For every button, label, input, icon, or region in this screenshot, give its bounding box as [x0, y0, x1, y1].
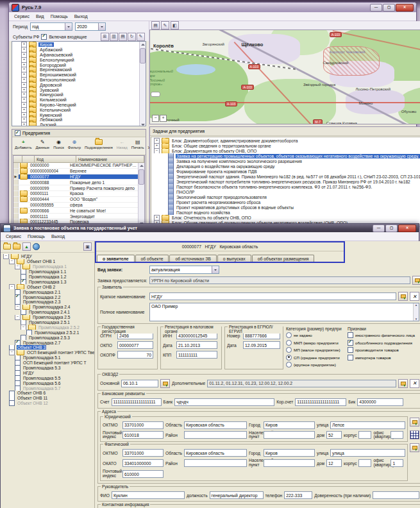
- ent-toolbar-button[interactable]: +Добавить: [13, 138, 33, 150]
- dialog-tree-item[interactable]: Промплощадка 5.3: [1, 366, 94, 371]
- task-block-item[interactable]: +Блок: Отчетность по объекту ОНВ, ОПО: [151, 215, 420, 220]
- dialog-tree-item[interactable]: НГДУ: [1, 370, 94, 375]
- dialog-tree-item[interactable]: Промплощадка 1.2: [1, 275, 94, 280]
- dialog-tree-item[interactable]: Промплощадка 1.3: [1, 279, 94, 284]
- corr-field[interactable]: 11111111111111111111: [295, 398, 346, 406]
- dialog-tree-item[interactable]: Промплощадка 2.2: [1, 294, 94, 300]
- bik-field[interactable]: 4300000: [357, 398, 403, 406]
- dialog-tree-item[interactable]: −Промплощадка 2.5: [1, 315, 94, 320]
- enterprise-row[interactable]: 00000444ООО "Воздух": [13, 197, 138, 203]
- region-field[interactable]: Кировская область: [184, 449, 247, 457]
- item-checkbox[interactable]: [9, 345, 15, 350]
- vid-select[interactable]: актуализация: [149, 266, 219, 274]
- task-tree-item[interactable]: Проект расчета неорганизованного сброса: [151, 199, 420, 205]
- subject-tree-item[interactable]: +Лузский: [12, 123, 139, 126]
- task-tree-item[interactable]: Экологический паспорт природопользовател…: [151, 194, 420, 199]
- minimize-icon[interactable]: —: [373, 224, 385, 232]
- main-titlebar[interactable]: Русь 7.9 — ▢ ✕: [9, 3, 416, 12]
- checkbox-icon[interactable]: [348, 340, 353, 346]
- details-icon[interactable]: ▥: [110, 33, 118, 41]
- tab-sources[interactable]: об источниках ЗВ: [169, 255, 216, 262]
- task-tree-item[interactable]: ПНООЛР: [151, 189, 420, 194]
- item-checkbox[interactable]: [15, 375, 21, 380]
- checkbox-icon[interactable]: [348, 355, 353, 360]
- task-block-item[interactable]: −Блок: Документация по объекту ОНВ, ОПО: [151, 148, 420, 153]
- enterprises-checkbox[interactable]: [15, 130, 21, 136]
- pick-legal-address-button[interactable]: [410, 418, 419, 427]
- enterprises-scrollbar[interactable]: [138, 163, 144, 224]
- priznak-checkbox-option[interactable]: обособленного подразделения: [348, 340, 420, 346]
- dialog-tree-item[interactable]: Промплощадка 5.6: [1, 380, 94, 385]
- account-field[interactable]: 11111111111111111111: [112, 398, 162, 406]
- dialog-tree-item[interactable]: −Промплощадка 2.4: [1, 305, 94, 310]
- map-zoom-slider[interactable]: [151, 92, 160, 97]
- dialog-tree-item[interactable]: −Объект ОНВ 2: [1, 284, 94, 289]
- priznak-checkbox-option[interactable]: импортера товаров: [348, 355, 420, 360]
- item-checkbox[interactable]: [21, 320, 26, 325]
- egrul-date-field[interactable]: 12.09.2015: [243, 341, 280, 349]
- full-name-field[interactable]: ОАО Пример ▲▼: [149, 303, 419, 321]
- head-phone-field[interactable]: 222-333: [284, 491, 312, 499]
- city-field[interactable]: Киров: [264, 421, 315, 429]
- minimize-icon[interactable]: —: [370, 4, 382, 12]
- region-field[interactable]: Кировская область: [184, 421, 247, 429]
- category-radio-option[interactable]: (крупное предприятие): [286, 362, 345, 368]
- street-field[interactable]: улица: [330, 449, 405, 457]
- item-checkbox[interactable]: [21, 269, 26, 275]
- layers-icon[interactable]: ◧: [171, 21, 179, 30]
- task-tree-item[interactable]: Формирование проекта нормативов ПДВ: [151, 169, 420, 174]
- pick-actual-address-button[interactable]: [410, 443, 419, 452]
- ent-toolbar-button[interactable]: ✎Данные: [35, 138, 51, 150]
- enterprise-row[interactable]: 00000088Пожарные депо 1: [13, 180, 138, 185]
- dialog-tree-item[interactable]: Промплощадка 5.7: [1, 385, 94, 391]
- provided-field[interactable]: УРПН по Кировской области: [149, 276, 410, 284]
- okved-main-field[interactable]: 06.10.1: [121, 380, 158, 387]
- subjects-scrollbar[interactable]: [139, 42, 146, 126]
- dialog-tree-item[interactable]: −ОСП Бежецкий понтант УФПС Твер: [1, 350, 94, 355]
- menu-item[interactable]: Выход: [51, 234, 65, 239]
- enterprise-row[interactable]: 00000099Пример Расчета пожарного депо: [13, 185, 138, 191]
- tab-releases[interactable]: о выпусках: [217, 255, 251, 262]
- dialog-tree-item[interactable]: Промплощадка 2.1: [1, 289, 94, 294]
- category-radio-option[interactable]: МКП (микро предприяти: [286, 340, 345, 346]
- address-grid-icon[interactable]: [410, 430, 419, 439]
- tab-placement[interactable]: об объектах размещения: [252, 255, 315, 262]
- ent-toolbar-button[interactable]: ←Назад: [115, 138, 129, 150]
- zip-field[interactable]: 610000: [122, 470, 164, 478]
- item-checkbox[interactable]: [15, 294, 21, 300]
- task-tree-item[interactable]: Энергетический паспорт здания. Приказ Ми…: [151, 174, 420, 179]
- item-checkbox[interactable]: [21, 275, 26, 280]
- item-checkbox[interactable]: [15, 370, 21, 375]
- dialog-tree-item[interactable]: Объект ОНВ 12: [1, 401, 94, 406]
- chevron-down-icon[interactable]: [212, 266, 219, 273]
- column-code[interactable]: Код: [35, 156, 76, 162]
- item-checkbox[interactable]: [21, 310, 26, 315]
- dialog-tree-item[interactable]: Промплощадка 2.5.3: [1, 335, 94, 340]
- expander-icon[interactable]: −: [9, 259, 15, 264]
- item-checkbox[interactable]: [21, 335, 26, 340]
- dialog-tree-item[interactable]: −Промплощадка 1: [1, 264, 94, 269]
- pos-field[interactable]: генеральный директор: [210, 491, 264, 499]
- expander-icon[interactable]: −: [154, 148, 160, 153]
- chevron-down-icon[interactable]: [98, 23, 105, 30]
- dialog-tree-item[interactable]: Промплощадка 2.5.1: [1, 320, 94, 325]
- close-icon[interactable]: ✕: [398, 224, 416, 232]
- pick-authority-button[interactable]: [412, 276, 420, 285]
- dialog-tree-item[interactable]: −НГДУ: [1, 254, 94, 259]
- print-icon[interactable]: ▤: [151, 21, 160, 30]
- oktmo-field[interactable]: 33701000: [122, 449, 164, 457]
- task-tree-item[interactable]: Заявка на регистрацию промышленных объек…: [151, 153, 420, 158]
- expander-icon[interactable]: −: [15, 315, 21, 320]
- house-field[interactable]: 52: [326, 431, 342, 439]
- item-checkbox[interactable]: [15, 355, 21, 360]
- task-tree-item[interactable]: Проект нормативов допустимых сбросов в в…: [151, 205, 420, 210]
- dialog-tree-item[interactable]: Промплощадка 1.1: [1, 269, 94, 275]
- bank-field[interactable]: чдчдч: [174, 398, 274, 406]
- district-field[interactable]: [184, 431, 247, 439]
- refresh-icon[interactable]: ↻: [128, 33, 136, 41]
- expander-icon[interactable]: −: [21, 325, 26, 330]
- dialog-tree-item[interactable]: Промплощадка 2.7: [1, 340, 94, 345]
- dialog-tree-item[interactable]: Объект ОНВ 11: [1, 396, 94, 401]
- ent-toolbar-button[interactable]: Подразделения: [83, 138, 114, 150]
- print-icon[interactable]: ▤: [119, 33, 127, 41]
